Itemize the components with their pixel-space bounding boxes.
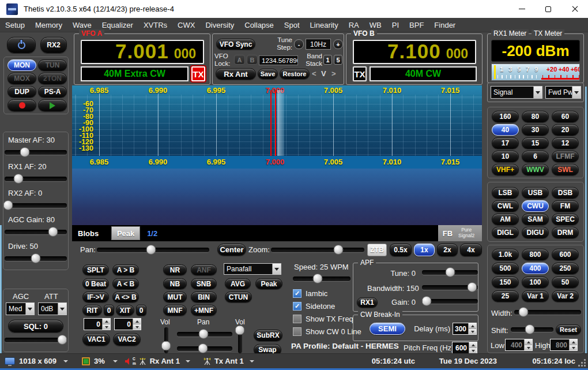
spin-down-icon[interactable]	[525, 345, 532, 350]
waterfall-display[interactable]	[72, 169, 482, 225]
band-40-button[interactable]: 40	[492, 124, 519, 136]
menu-collapse[interactable]: Collapse	[239, 21, 279, 29]
close-button[interactable]	[561, 0, 588, 18]
mut-button[interactable]: MUT	[163, 291, 187, 302]
band-lfmf-button[interactable]: LFMF	[552, 151, 579, 162]
band-swl-button[interactable]: SWL	[552, 164, 579, 175]
band-80-button[interactable]: 80	[522, 111, 549, 122]
band-prev-button[interactable]: <	[312, 69, 316, 78]
splt-button[interactable]: SPLT	[82, 264, 109, 275]
ps-a-button[interactable]: PS-A	[38, 86, 67, 98]
save-button[interactable]: Save	[258, 69, 278, 79]
vol1-slider[interactable]	[161, 327, 171, 353]
chevron-down-icon[interactable]	[186, 360, 190, 362]
mode-cwu-button[interactable]: CWU	[522, 200, 549, 212]
mon-button[interactable]: MON	[7, 59, 36, 71]
dup-button[interactable]: DUP	[7, 86, 36, 98]
low-spinner[interactable]: 400	[505, 339, 533, 351]
att-combo[interactable]: 0dB	[38, 302, 67, 315]
band-6-button[interactable]: 6	[522, 151, 549, 162]
restore-button[interactable]: Restore	[280, 69, 310, 79]
vfo-lock-a-button[interactable]: A	[234, 55, 245, 65]
filter-150-button[interactable]: 150	[492, 276, 519, 288]
mode-drm-button[interactable]: DRM	[552, 227, 579, 238]
subrx-button[interactable]: SubRX	[254, 330, 282, 341]
zero-beat-button[interactable]: 0 Beat	[82, 278, 109, 289]
spin-down-icon[interactable]	[133, 324, 141, 330]
vfo-b-tx-indicator[interactable]: TX	[353, 66, 367, 81]
rx2-af-slider[interactable]	[5, 200, 67, 211]
vfo-sync-button[interactable]: VFO Sync	[216, 39, 255, 50]
menu-pi[interactable]: PI	[387, 21, 404, 29]
filter-800-button[interactable]: 800	[522, 249, 549, 260]
mode-digu-button[interactable]: DIGU	[522, 227, 549, 238]
display-mode-combo[interactable]: Panafall	[224, 263, 281, 275]
spin-down-icon[interactable]	[469, 329, 476, 334]
band-wwv-button[interactable]: WWV	[522, 164, 549, 175]
rx2-button[interactable]: RX2	[40, 37, 67, 53]
menu-wb[interactable]: WB	[364, 21, 387, 29]
pan1-slider[interactable]	[177, 329, 232, 339]
tx-meter-combo[interactable]: Fwd Pwr	[545, 86, 581, 99]
menu-bpf[interactable]: BPF	[404, 21, 429, 29]
menu-setup[interactable]: Setup	[0, 21, 30, 29]
band-next-button[interactable]: >	[331, 69, 336, 78]
band-vhf-button[interactable]: VHF+	[492, 164, 519, 175]
filter-1k-button[interactable]: 1.0k	[492, 249, 519, 260]
rx-ant-button[interactable]: Rx Ant	[216, 68, 256, 80]
master-af-slider[interactable]	[5, 147, 67, 158]
plus-mnf-button[interactable]: +MNF	[191, 305, 217, 316]
band-stack-5-button[interactable]: 5	[334, 55, 342, 65]
high-spinner[interactable]: 800	[550, 339, 578, 351]
menu-diversity[interactable]: Diversity	[200, 21, 239, 29]
page-indicator[interactable]: 1/2	[147, 229, 157, 238]
mode-digl-button[interactable]: DIGL	[492, 227, 519, 238]
spin-up-icon[interactable]	[103, 319, 110, 324]
spin-up-icon[interactable]	[525, 339, 532, 345]
menu-linearity[interactable]: Linearity	[305, 21, 344, 29]
xit-zero-button[interactable]: 0	[136, 305, 146, 316]
vfo-a-tx-indicator[interactable]: TX	[191, 66, 205, 81]
right-edge-strip[interactable]	[585, 87, 587, 353]
agc-gain-slider[interactable]	[5, 227, 67, 237]
a-swap-b-button[interactable]: A <> B	[112, 291, 139, 302]
band-stack-1-button[interactable]: 1	[323, 55, 332, 65]
xit-button[interactable]: XIT	[116, 305, 134, 316]
xit-spinner[interactable]: 0	[114, 318, 141, 330]
apf-tune-slider[interactable]	[422, 267, 478, 278]
tune-step-plus-button[interactable]: +	[333, 39, 343, 49]
chevron-down-icon[interactable]	[250, 360, 254, 362]
filter-var2-button[interactable]: Var 2	[552, 290, 579, 302]
menu-xvtrs[interactable]: XVTRs	[138, 21, 172, 29]
bin-button[interactable]: BIN	[191, 291, 217, 302]
mode-usb-button[interactable]: USB	[522, 187, 549, 199]
menu-cwx[interactable]: CWX	[172, 21, 200, 29]
spin-down-icon[interactable]	[103, 324, 110, 330]
b-to-a-button[interactable]: A < B	[112, 278, 139, 289]
rx1-af-slider[interactable]	[5, 174, 67, 184]
apf-gain-slider[interactable]	[422, 296, 478, 307]
vfo-a-frequency-display[interactable]: 7.001 000	[81, 40, 204, 64]
spin-down-icon[interactable]	[570, 345, 577, 350]
mode-fm-button[interactable]: FM	[552, 200, 579, 212]
filter-100-button[interactable]: 100	[522, 276, 549, 288]
vfo-lock-b-button[interactable]: B	[247, 55, 258, 65]
mode-cwl-button[interactable]: CWL	[492, 200, 519, 212]
pan-slider[interactable]	[97, 245, 209, 255]
vac1-button[interactable]: VAC1	[82, 333, 110, 346]
play-button[interactable]	[38, 99, 67, 111]
show-cw-0-line-checkbox[interactable]: Show CW 0 Line	[293, 327, 361, 336]
panadapter-display[interactable]: 6.985 6.990 6.995 7.000 7.005 7.010 7.01…	[72, 85, 482, 225]
apf-rx1-button[interactable]: RX1	[357, 297, 378, 308]
mox-button[interactable]: MOX	[7, 73, 36, 84]
nr-button[interactable]: NR	[163, 264, 187, 275]
nb-button[interactable]: NB	[163, 278, 187, 289]
menu-equalizer[interactable]: Equalizer	[97, 21, 138, 29]
filter-250-button[interactable]: 250	[552, 263, 579, 274]
rit-zero-button[interactable]: 0	[104, 305, 114, 316]
iambic-checkbox[interactable]: Iambic	[293, 289, 327, 298]
filter-400-button[interactable]: 400	[522, 263, 549, 274]
menu-finder[interactable]: Finder	[429, 21, 461, 29]
mode-sam-button[interactable]: SAM	[522, 214, 549, 225]
maximize-button[interactable]	[535, 0, 561, 18]
